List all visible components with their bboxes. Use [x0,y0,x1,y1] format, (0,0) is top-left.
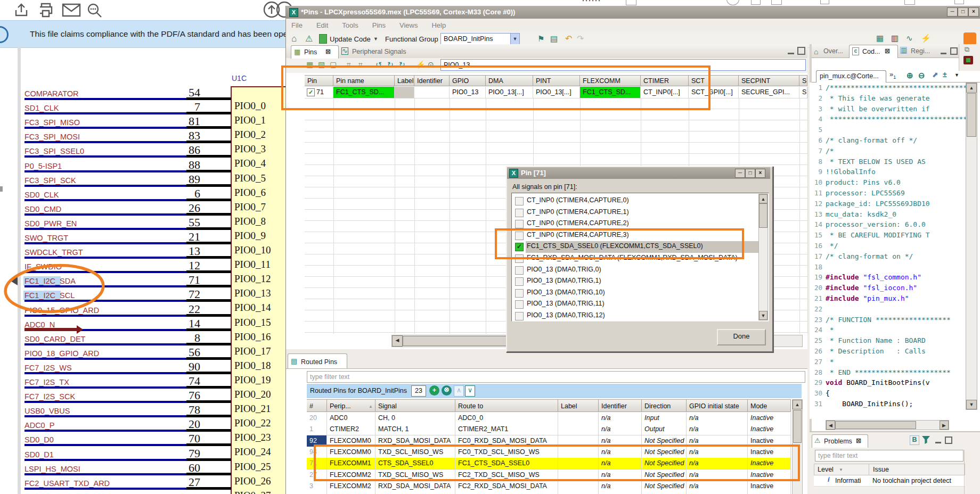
panel-minimize-icon[interactable] [941,48,946,54]
signal-list-item[interactable]: PIO0_13 (DMA0,TRIG,1) [512,276,767,287]
tab-code[interactable]: c Cod... ⊠ [849,45,898,58]
flag-icon[interactable]: ⚑ [537,34,544,44]
functional-group-select[interactable]: BOARD_InitPins ▼ [440,33,520,45]
menu-pins[interactable]: Pins [372,21,386,29]
unchecked-checkbox[interactable] [515,277,524,286]
maximize-button[interactable]: □ [958,7,968,17]
column-header--[interactable]: # [307,399,327,412]
tab-problems-close-icon[interactable]: ⊠ [856,437,861,444]
package-grid-icon[interactable]: ▦ [876,34,884,43]
tab-pins[interactable]: ▦ Pins ⊠ [291,45,339,59]
problems-filter-input[interactable]: type filter text [815,450,963,462]
signal-list-item[interactable]: PIO0_13 (DMA0,TRIG,10) [512,287,767,299]
dialog-title-bar[interactable]: X Pin [71] ─ □ × [507,167,770,179]
dialog-vscrollbar[interactable]: ▲ ▼ [758,194,768,320]
routed-row[interactable]: 1CTIMER2MATCH, 1CTIMER2_MAT1n/aOutputn/a… [307,424,791,435]
column-header-secpint[interactable]: SECPINT [739,75,799,86]
tab-code-close-icon[interactable]: ⊠ [885,47,890,55]
code-vscrollbar[interactable]: ▲ ▼ [966,83,977,410]
code-vscroll-thumb[interactable] [967,93,976,137]
unchecked-checkbox[interactable] [515,312,524,320]
redo-icon[interactable]: ↷ [577,34,584,44]
unchecked-checkbox[interactable] [515,209,524,217]
waveform-icon[interactable]: ∿ [906,34,913,43]
column-header-perip-[interactable]: Perip...▲ [327,399,375,412]
column-header-label[interactable]: Label [558,399,599,412]
column-header-signal[interactable]: Signal [375,399,455,412]
tab-registers[interactable]: ▥ Regi... [900,46,937,57]
dark-grid-icon[interactable]: ▥ [891,34,899,43]
routed-filter-input[interactable]: type filter text [307,371,805,383]
tab-pins-close-icon[interactable]: ⊠ [325,48,331,55]
editor-tab[interactable]: pin_mux.c@Corte... [816,70,886,83]
unchecked-checkbox[interactable] [515,300,524,309]
code-editor[interactable]: 1/***********************************2 *… [810,83,966,419]
routed-row[interactable]: 20ADC0CH, 0ADC0_0n/aInputn/aInactive [307,413,791,424]
column-header-s[interactable]: S [799,75,807,86]
panel-maximize-icon[interactable] [950,47,958,55]
column-header-identifier[interactable]: Identifier [599,399,642,412]
unchecked-checkbox[interactable] [515,220,524,228]
power-icon[interactable]: ⚡ [921,34,931,43]
scroll-up-icon[interactable]: ▲ [966,83,977,93]
delete-pin-button[interactable]: ⊗ [442,385,452,396]
signal-list-item[interactable]: CT_INP0 (CTIMER4,CAPTURE,0) [512,195,767,207]
code-hscrollbar[interactable]: ◀ ▶ [826,420,949,430]
column-header-mode[interactable]: Mode [748,399,791,412]
update-code-button[interactable]: Update Code [330,35,371,43]
view-maximize-icon[interactable] [797,47,805,55]
view-minimize-icon[interactable] [788,47,794,54]
unchecked-checkbox[interactable] [515,197,524,205]
signal-list-item[interactable]: PIO0_13 (DMA0,TRIG,12) [512,310,767,322]
fox-icon[interactable] [963,32,976,45]
scroll-up-icon[interactable]: ▲ [793,400,802,409]
code-hscroll-thumb[interactable] [835,421,916,429]
diff-icon[interactable]: ± [943,70,947,79]
home-icon[interactable]: ⌂ [291,34,297,44]
scroll-left-icon[interactable]: ◀ [392,335,403,347]
close-button[interactable]: × [968,7,979,17]
unchecked-checkbox[interactable] [515,266,524,275]
routed-row[interactable]: 4FLEXCOMM4TXD_SCL_MISO_WSFC4_TXD_SCL_MIS… [307,492,791,494]
dialog-minimize-button[interactable]: ─ [735,169,745,178]
tab-overview[interactable]: ⌂ Over... [814,46,847,57]
menu-edit[interactable]: Edit [316,21,328,29]
column-header-issue[interactable]: Issue [873,466,889,473]
minimize-button[interactable]: ─ [947,7,958,17]
move-down-button[interactable]: ∨ [465,385,475,397]
tab-routed-pins[interactable]: ▤ Routed Pins [288,353,347,369]
zoom-in-icon[interactable]: ⊕ [907,70,913,81]
signal-list-item[interactable]: PIO0_13 (DMA0,TRIG,0) [512,265,767,276]
warning-icon[interactable]: ⚠ [305,34,313,44]
restore-view-icon[interactable]: ⧉ [965,45,969,54]
column-header-gpio-initial-state[interactable]: GPIO initial state [687,399,748,412]
scroll-right-icon[interactable]: ▶ [940,421,949,430]
scroll-left-icon[interactable]: ◀ [826,421,835,430]
panel-maximize-icon[interactable] [945,437,952,444]
menu-help[interactable]: Help [431,21,446,29]
undo-icon[interactable]: ↶ [565,34,572,44]
scroll-down-icon[interactable]: ▼ [759,311,767,320]
routed-vscroll-thumb[interactable] [793,410,802,443]
menu-views[interactable]: Views [399,21,418,29]
tab-peripheral-signals[interactable]: ∿ Peripheral Signals [340,46,431,58]
dialog-maximize-button[interactable]: □ [745,169,755,178]
scroll-down-icon[interactable]: ▼ [966,400,977,409]
menu-tools[interactable]: Tools [342,21,358,29]
menu-file[interactable]: File [291,21,303,29]
col-divider[interactable] [869,464,869,475]
dialog-vscroll-thumb[interactable] [759,203,767,228]
combo-dropdown-icon[interactable]: ▼ [510,34,519,44]
tab-overflow-indicator[interactable]: »1 [889,70,896,80]
update-code-dropdown-icon[interactable]: ▼ [373,36,378,42]
funnel-filter-icon[interactable] [921,435,930,444]
done-button[interactable]: Done [717,329,766,345]
form-icon[interactable]: ▤ [550,34,558,44]
dialog-close-button[interactable]: × [755,169,765,178]
add-pin-button[interactable]: + [429,385,439,396]
zoom-out-icon[interactable]: ⊖ [918,70,925,81]
column-header-level[interactable]: Level [818,466,834,473]
title-bar[interactable]: X *Pins - LPCXpresso55S69.mex (LPC55S69,… [286,6,980,19]
routed-row[interactable]: 3FLEXCOMM2RXD_SDA_MOSI_DATAFC2_RXD_SDA_M… [307,481,791,492]
signal-list-item[interactable]: PIO0_13 (DMA0,TRIG,11) [512,299,767,310]
